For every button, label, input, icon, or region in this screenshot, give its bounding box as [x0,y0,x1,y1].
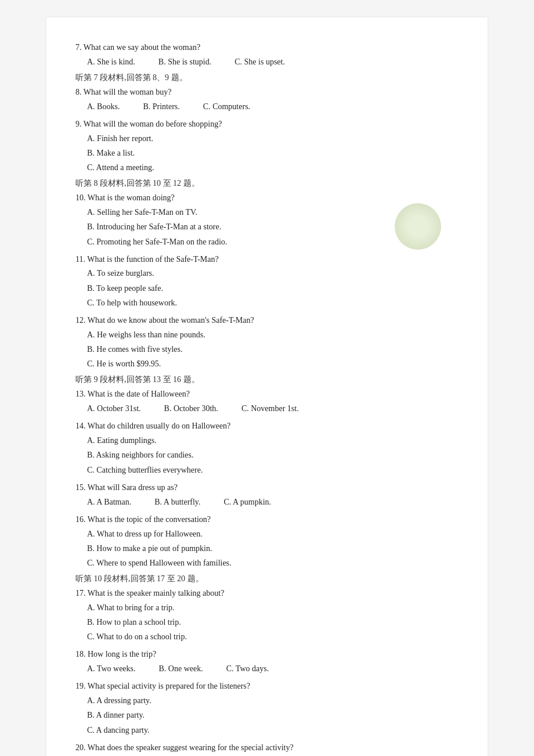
option-q7-0: A. She is kind. [87,55,135,69]
question-text-q19: 19. What special activity is prepared fo… [75,679,459,693]
question-text-q20: 20. What does the speaker suggest wearin… [75,741,459,755]
exam-page: 7. What can we say about the woman?A. Sh… [46,17,488,756]
option-q9-1: B. Make a list. [87,146,459,160]
questions-container: 7. What can we say about the woman?A. Sh… [75,41,459,756]
option-q18-1: B. One week. [159,661,203,676]
question-q15: 15. What will Sara dress up as?A. A Batm… [75,481,459,509]
question-q12: 12. What do we know about the woman's Sa… [75,314,459,371]
question-q19: 19. What special activity is prepared fo… [75,679,459,737]
option-q15-1: B. A butterfly. [154,495,200,509]
option-q17-2: C. What to do on a school trip. [87,629,459,644]
options-inline-q8: A. Books.B. Printers.C. Computers. [87,99,459,114]
question-text-q15: 15. What will Sara dress up as? [75,481,459,495]
page-container: 7. What can we say about the woman?A. Sh… [0,0,534,756]
option-q13-1: B. October 30th. [164,401,218,416]
question-q18: 18. How long is the trip?A. Two weeks.B.… [75,647,459,676]
question-q9: 9. What will the woman do before shoppin… [75,117,459,175]
option-q16-1: B. How to make a pie out of pumpkin. [87,541,459,556]
option-q15-2: C. A pumpkin. [223,495,271,509]
option-q14-1: B. Asking neighbors for candies. [87,448,459,462]
option-q12-2: C. He is worth $99.95. [87,357,459,371]
question-text-q9: 9. What will the woman do before shoppin… [75,117,459,131]
question-text-q10: 10. What is the woman doing? [75,191,459,205]
option-q7-2: C. She is upset. [234,55,285,69]
option-q7-1: B. She is stupid. [158,55,211,69]
question-text-q12: 12. What do we know about the woman's Sa… [75,314,459,327]
option-q12-0: A. He weighs less than nine pounds. [87,327,459,342]
section-header-section8: 听第 8 段材料,回答第 10 至 12 题。 [75,178,459,189]
option-q9-2: C. Attend a meeting. [87,160,459,175]
options-inline-q7: A. She is kind.B. She is stupid.C. She i… [87,55,459,69]
option-q8-2: C. Computers. [203,99,250,114]
decoration-image [395,203,441,250]
option-q11-1: B. To keep people safe. [87,281,459,296]
option-q19-0: A. A dressing party. [87,693,459,708]
option-q15-0: A. A Batman. [87,495,131,509]
option-q14-2: C. Catching butterflies everywhere. [87,463,459,477]
question-text-q8: 8. What will the woman buy? [75,85,459,99]
question-q17: 17. What is the speaker mainly talking a… [75,586,459,644]
option-q13-2: C. November 1st. [241,401,299,416]
question-q11: 11. What is the function of the Safe-T-M… [75,253,459,310]
option-q18-2: C. Two days. [226,661,269,676]
option-q9-0: A. Finish her report. [87,131,459,146]
option-q13-0: A. October 31st. [87,401,141,416]
question-text-q17: 17. What is the speaker mainly talking a… [75,586,459,600]
question-text-q13: 13. What is the date of Halloween? [75,387,459,401]
question-q8: 8. What will the woman buy?A. Books.B. P… [75,85,459,114]
option-q18-0: A. Two weeks. [87,661,136,676]
option-q14-0: A. Eating dumplings. [87,433,459,448]
options-inline-q15: A. A Batman.B. A butterfly.C. A pumpkin. [87,495,459,509]
question-q13: 13. What is the date of Halloween?A. Oct… [75,387,459,416]
question-text-q16: 16. What is the topic of the conversatio… [75,513,459,527]
section-header-section10: 听第 10 段材料,回答第 17 至 20 题。 [75,574,459,584]
question-q7: 7. What can we say about the woman?A. Sh… [75,41,459,69]
section-header-section9: 听第 9 段材料,回答第 13 至 16 题。 [75,375,459,385]
option-q17-1: B. How to plan a school trip. [87,615,459,629]
question-text-q7: 7. What can we say about the woman? [75,41,459,55]
section-header-section7: 听第 7 段材料,回答第 8、9 题。 [75,73,459,83]
option-q19-1: B. A dinner party. [87,708,459,722]
question-q16: 16. What is the topic of the conversatio… [75,513,459,570]
option-q8-0: A. Books. [87,99,120,114]
question-q20: 20. What does the speaker suggest wearin… [75,741,459,756]
options-inline-q18: A. Two weeks.B. One week.C. Two days. [87,661,459,676]
option-q11-0: A. To seize burglars. [87,266,459,280]
option-q17-0: A. What to bring for a trip. [87,600,459,615]
question-q14: 14. What do children usually do on Hallo… [75,419,459,477]
question-text-q18: 18. How long is the trip? [75,647,459,661]
options-inline-q13: A. October 31st.B. October 30th.C. Novem… [87,401,459,416]
option-q8-1: B. Printers. [143,99,179,114]
question-text-q11: 11. What is the function of the Safe-T-M… [75,253,459,267]
option-q16-2: C. Where to spend Halloween with familie… [87,556,459,570]
option-q11-2: C. To help with housework. [87,296,459,310]
option-q19-2: C. A dancing party. [87,723,459,737]
option-q16-0: A. What to dress up for Halloween. [87,527,459,541]
option-q12-1: B. He comes with five styles. [87,342,459,357]
question-text-q14: 14. What do children usually do on Hallo… [75,419,459,433]
